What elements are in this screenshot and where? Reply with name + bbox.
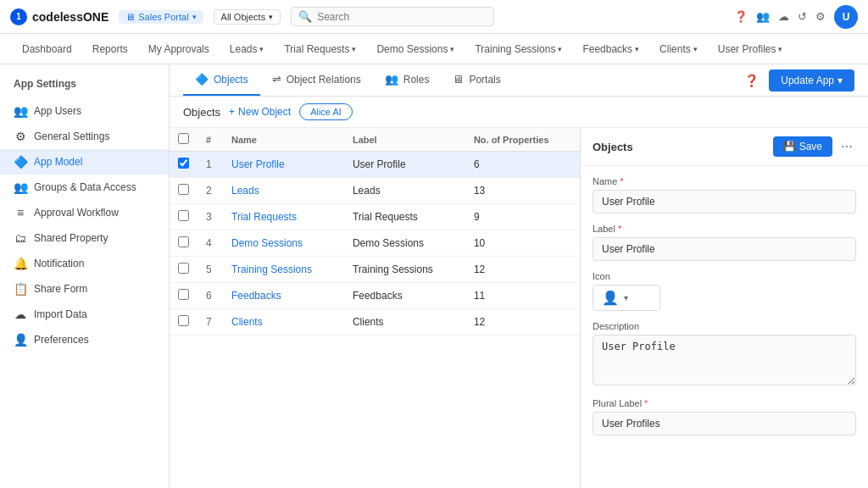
row-name[interactable]: User Profile — [223, 152, 344, 178]
tab-portals[interactable]: 🖥 Portals — [441, 64, 512, 96]
cloud-icon[interactable]: ☁ — [778, 10, 789, 23]
row-name[interactable]: Feedbacks — [223, 283, 344, 309]
row-name-link[interactable]: Leads — [231, 185, 259, 197]
row-name-link[interactable]: Trial Requests — [231, 211, 297, 223]
app-badge[interactable]: 🖥 Sales Portal ▾ — [119, 10, 203, 24]
table-row[interactable]: 1 User Profile User Profile 6 — [170, 152, 580, 178]
row-name[interactable]: Leads — [223, 178, 344, 204]
name-input[interactable] — [593, 190, 856, 214]
nav-item-leads[interactable]: Leads ▾ — [221, 38, 273, 60]
sidebar-item-general-settings[interactable]: ⚙ General Settings — [0, 124, 169, 149]
nav-item-dashboard[interactable]: Dashboard — [14, 38, 81, 60]
row-name[interactable]: Clients — [223, 309, 344, 336]
row-properties: 12 — [465, 257, 580, 283]
label-required: * — [618, 224, 621, 234]
import-data-icon: ☁ — [14, 308, 27, 321]
all-objects-dropdown[interactable]: All Objects ▾ — [214, 9, 281, 25]
row-name[interactable]: Demo Sessions — [223, 230, 344, 257]
new-object-button[interactable]: + New Object — [229, 106, 291, 118]
row-properties: 6 — [465, 152, 580, 178]
header-label: Label — [344, 128, 465, 152]
row-name-link[interactable]: Demo Sessions — [231, 237, 303, 249]
sidebar-item-shared-property[interactable]: 🗂 Shared Property — [0, 225, 169, 251]
content-area: 🔷 Objects ⇌ Object Relations 👥 Roles 🖥 P… — [170, 64, 868, 488]
sidebar-item-share-form[interactable]: 📋 Share Form — [0, 276, 169, 302]
row-name-link[interactable]: Clients — [231, 316, 263, 328]
icon-chevron: ▾ — [624, 293, 628, 302]
help-tab-button[interactable]: ❓ — [741, 70, 762, 91]
nav-item-reports[interactable]: Reports — [84, 38, 136, 60]
row-checkbox[interactable] — [178, 184, 189, 195]
table-row[interactable]: 7 Clients Clients 12 — [170, 309, 580, 336]
search-bar[interactable]: 🔍 — [291, 7, 494, 26]
sidebar-item-notification[interactable]: 🔔 Notification — [0, 251, 169, 276]
row-name[interactable]: Trial Requests — [223, 204, 344, 230]
row-num: 6 — [198, 283, 223, 309]
table-row[interactable]: 4 Demo Sessions Demo Sessions 10 — [170, 230, 580, 257]
row-checkbox[interactable] — [178, 289, 189, 300]
tab-roles[interactable]: 👥 Roles — [373, 64, 442, 96]
nav-item-approvals[interactable]: My Approvals — [140, 38, 218, 60]
table-row[interactable]: 6 Feedbacks Feedbacks 11 — [170, 283, 580, 309]
tab-object-relations[interactable]: ⇌ Object Relations — [260, 64, 373, 96]
sidebar-item-preferences[interactable]: 👤 Preferences — [0, 327, 169, 352]
sidebar-item-label: App Users — [34, 105, 81, 117]
new-object-icon: + — [229, 106, 235, 118]
row-name-link[interactable]: Feedbacks — [231, 290, 281, 302]
second-nav: Dashboard Reports My Approvals Leads ▾ T… — [0, 34, 868, 64]
row-checkbox[interactable] — [178, 236, 189, 247]
sidebar-item-label: Approval Workflow — [34, 207, 119, 219]
select-all-checkbox[interactable] — [178, 133, 189, 144]
nav-item-demo-sessions[interactable]: Demo Sessions ▾ — [368, 38, 463, 60]
row-label: User Profile — [344, 152, 465, 178]
alice-ai-button[interactable]: Alice AI — [299, 103, 353, 120]
refresh-icon[interactable]: ↺ — [798, 10, 807, 23]
avatar[interactable]: U — [834, 5, 858, 29]
portals-tab-icon: 🖥 — [453, 73, 464, 86]
nav-item-clients[interactable]: Clients ▾ — [651, 38, 706, 60]
header-properties: No. of Properties — [465, 128, 580, 152]
row-checkbox[interactable] — [178, 158, 189, 169]
icon-select[interactable]: 👤 ▾ — [593, 285, 660, 311]
sidebar-header: App Settings — [0, 73, 169, 98]
sidebar-item-app-model[interactable]: 🔷 App Model — [0, 149, 169, 175]
sidebar-item-groups[interactable]: 👥 Groups & Data Access — [0, 175, 169, 200]
sidebar-item-import-data[interactable]: ☁ Import Data — [0, 302, 169, 327]
tabs: 🔷 Objects ⇌ Object Relations 👥 Roles 🖥 P… — [183, 64, 513, 96]
row-label: Trial Requests — [344, 204, 465, 230]
table-row[interactable]: 3 Trial Requests Trial Requests 9 — [170, 204, 580, 230]
description-textarea[interactable]: User Profile — [593, 335, 856, 385]
all-objects-chevron: ▾ — [269, 13, 273, 21]
description-field-label: Description — [593, 321, 856, 331]
nav-item-trial-requests[interactable]: Trial Requests ▾ — [275, 38, 364, 60]
nav-item-feedbacks[interactable]: Feedbacks ▾ — [574, 38, 648, 60]
name-field-label: Name * — [593, 176, 856, 186]
objects-tab-icon: 🔷 — [195, 73, 209, 86]
tab-objects[interactable]: 🔷 Objects — [183, 64, 260, 96]
update-app-button[interactable]: Update App ▾ — [769, 69, 854, 92]
table-row[interactable]: 2 Leads Leads 13 — [170, 178, 580, 204]
app-badge-label: Sales Portal — [138, 12, 188, 22]
search-input[interactable] — [317, 11, 487, 23]
settings-icon[interactable]: ⚙ — [815, 10, 826, 23]
row-name[interactable]: Training Sessions — [223, 257, 344, 283]
plural-label-input[interactable] — [593, 412, 856, 435]
help-icon[interactable]: ❓ — [734, 10, 748, 23]
save-button[interactable]: 💾 Save — [773, 136, 832, 157]
nav-item-training-sessions[interactable]: Training Sessions ▾ — [466, 38, 570, 60]
row-checkbox[interactable] — [178, 263, 189, 274]
row-name-link[interactable]: User Profile — [231, 158, 285, 170]
header-name: Name — [223, 128, 344, 152]
users-icon[interactable]: 👥 — [756, 10, 770, 23]
label-input[interactable] — [593, 237, 856, 261]
sidebar-item-app-users[interactable]: 👥 App Users — [0, 98, 169, 124]
row-num: 5 — [198, 257, 223, 283]
nav-item-user-profiles[interactable]: User Profiles ▾ — [709, 38, 792, 60]
row-checkbox[interactable] — [178, 315, 189, 326]
sidebar-item-approval-workflow[interactable]: ≡ Approval Workflow — [0, 200, 169, 225]
row-name-link[interactable]: Training Sessions — [231, 263, 312, 275]
table-row[interactable]: 5 Training Sessions Training Sessions 12 — [170, 257, 580, 283]
row-checkbox[interactable] — [178, 210, 189, 221]
row-label: Leads — [344, 178, 465, 204]
more-button[interactable]: ⋯ — [837, 136, 856, 157]
